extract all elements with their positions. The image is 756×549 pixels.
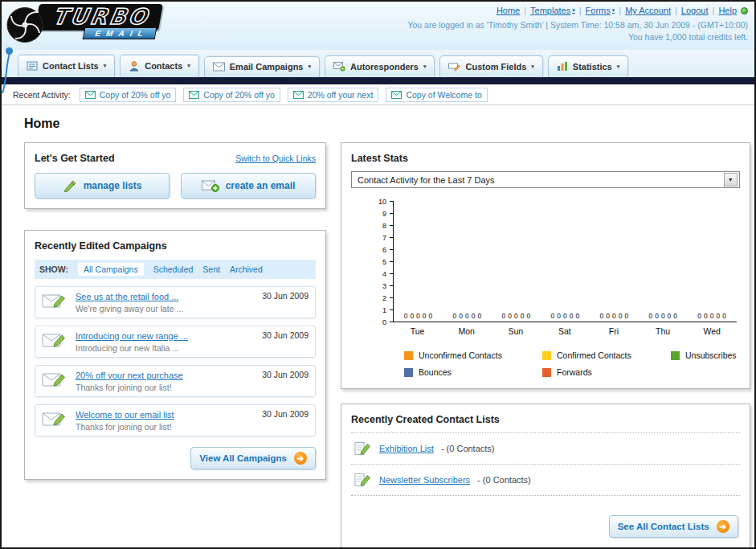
tab-statistics[interactable]: Statistics ▾ <box>548 55 628 77</box>
link-separator: | <box>619 6 621 15</box>
link-logout[interactable]: Logout <box>681 6 709 15</box>
contact-list-detail: - (0 Contacts) <box>477 475 531 485</box>
filter-scheduled[interactable]: Scheduled <box>153 264 194 274</box>
filter-archived[interactable]: Archived <box>230 264 263 274</box>
see-all-contact-lists-button[interactable]: See All Contact Lists ➔ <box>609 515 738 538</box>
tab-custom-fields[interactable]: Custom Fields ▾ <box>439 55 542 77</box>
chart-value-label: 0 <box>704 312 708 320</box>
view-all-campaigns-button[interactable]: View All Campaigns ➔ <box>190 447 316 469</box>
chart-value-labels: 00000 <box>648 312 677 322</box>
chart-value-label: 0 <box>575 312 579 320</box>
arrow-right-icon: ➔ <box>294 452 307 465</box>
chart-bar-group: 00000 <box>443 312 492 322</box>
chevron-down-icon: ▾ <box>423 64 427 70</box>
chart-y-axis: 012345678910 <box>374 201 393 322</box>
manage-lists-button[interactable]: manage lists <box>35 173 170 199</box>
chart-value-label: 0 <box>502 312 506 320</box>
main-content: Home Let's Get Started Switch to Quick L… <box>2 105 754 549</box>
help-status-icon <box>741 7 748 14</box>
link-help[interactable]: Help <box>718 6 737 15</box>
chevron-down-icon: ▾ <box>617 64 620 70</box>
nav-divider-bar <box>2 77 754 84</box>
chart-value-label: 0 <box>472 312 476 320</box>
chart-value-label: 0 <box>668 312 672 320</box>
chart-value-label: 0 <box>710 312 714 320</box>
campaign-title-link[interactable]: Introducing our new range ... <box>76 331 255 341</box>
tab-label: Email Campaigns <box>230 62 304 72</box>
chart-value-labels: 00000 <box>697 312 726 322</box>
contact-list-link[interactable]: Newsletter Subscribers <box>379 475 470 485</box>
logo-title: TURBO <box>51 4 151 29</box>
campaign-item[interactable]: Introducing our new range ... Introducin… <box>35 326 316 358</box>
chart-value-labels: 00000 <box>404 312 433 322</box>
chart-x-tick-label: Mon <box>442 326 491 336</box>
campaign-title-link[interactable]: 20% off your next purchase <box>76 371 255 380</box>
create-email-button[interactable]: create an email <box>181 173 316 199</box>
contact-list-item[interactable]: Newsletter Subscribers - (0 Contacts) <box>351 465 740 496</box>
chart-x-tick-label: Fri <box>589 326 638 336</box>
chart-value-label: 0 <box>557 312 561 320</box>
logo-subtitle-banner: EMAIL <box>36 27 157 39</box>
campaign-date: 30 Jun 2009 <box>262 409 309 419</box>
switch-quick-links-link[interactable]: Switch to Quick Links <box>235 154 316 163</box>
create-email-label: create an email <box>226 180 296 191</box>
contact-list-link[interactable]: Exhibition List <box>379 444 434 453</box>
recent-activity-item[interactable]: Copy of Welcome to <box>386 88 487 102</box>
chart-value-label: 0 <box>599 312 603 320</box>
contact-list-item[interactable]: Exhibition List - (0 Contacts) <box>351 433 740 465</box>
link-home-label: Home <box>497 6 520 15</box>
recent-activity-item[interactable]: Copy of 20% off yo <box>183 88 280 102</box>
campaign-title-link[interactable]: Welcome to our email list <box>76 410 255 420</box>
credits-info: You have 1,000 total credits left. <box>407 32 748 42</box>
tab-email-campaigns[interactable]: Email Campaigns ▾ <box>204 56 320 77</box>
chart-value-label: 0 <box>661 312 665 320</box>
legend-label: Confirmed Contacts <box>557 350 631 360</box>
chart-bar-group: 00000 <box>590 312 639 322</box>
legend-label: Bounces <box>419 367 452 377</box>
campaign-item[interactable]: Welcome to our email list Thanks for joi… <box>35 404 316 436</box>
campaigns-panel: Recently Edited Campaigns SHOW: All Camp… <box>24 230 326 480</box>
tab-contact-lists[interactable]: Contact Lists ▾ <box>18 55 115 77</box>
link-forms[interactable]: Forms▾ <box>586 6 615 15</box>
filter-all-campaigns[interactable]: All Campaigns <box>78 263 144 276</box>
tab-contacts[interactable]: Contacts ▾ <box>120 55 199 77</box>
recent-activity-item[interactable]: 20% off your next <box>288 88 379 102</box>
campaign-title-link[interactable]: See us at the retail food ... <box>76 292 255 301</box>
filter-sent[interactable]: Sent <box>202 264 220 274</box>
chart-value-label: 0 <box>655 312 659 320</box>
link-help-label: Help <box>718 6 737 15</box>
legend-label: Unsubscribes <box>685 350 737 360</box>
legend-item: Forwards <box>542 367 671 377</box>
edit-list-icon <box>354 472 372 488</box>
left-column: Let's Get Started Switch to Quick Links … <box>24 142 326 480</box>
campaign-text: Welcome to our email list Thanks for joi… <box>76 410 255 432</box>
activity-item-label: Copy of 20% off yo <box>100 90 171 100</box>
campaign-text: 20% off your next purchase Thanks for jo… <box>76 371 255 392</box>
chart-value-label: 0 <box>697 312 701 320</box>
latest-stats-title: Latest Stats <box>351 153 740 164</box>
get-started-title: Let's Get Started <box>35 153 115 164</box>
stats-chart: 012345678910 000000000000000000000000000… <box>374 201 737 377</box>
chart-y-tick-label: 8 <box>382 222 386 230</box>
chart-x-tick-label: Thu <box>638 326 687 336</box>
chart-y-tick-label: 7 <box>382 234 386 242</box>
link-my-account[interactable]: My Account <box>625 6 671 15</box>
link-templates[interactable]: Templates▾ <box>530 6 575 15</box>
campaign-date: 30 Jun 2009 <box>262 330 309 340</box>
app-window: TURBO EMAIL Home | Templates▾ | Forms▾ |… <box>0 0 756 549</box>
mail-icon <box>189 91 199 99</box>
campaign-item[interactable]: See us at the retail food ... We're givi… <box>35 286 316 318</box>
logo-subtitle: EMAIL <box>82 27 157 39</box>
link-home[interactable]: Home <box>497 6 520 15</box>
campaign-item[interactable]: 20% off your next purchase Thanks for jo… <box>35 365 316 397</box>
view-all-campaigns-label: View All Campaigns <box>199 453 287 463</box>
tab-autoresponders[interactable]: Autoresponders ▾ <box>325 55 435 77</box>
legend-item: Unconfirmed Contacts <box>404 350 542 360</box>
right-column: Latest Stats Contact Activity for the La… <box>341 142 750 549</box>
chart-value-label: 0 <box>410 312 414 320</box>
legend-item: Bounces <box>404 367 542 377</box>
app-logo[interactable]: TURBO EMAIL <box>6 4 161 44</box>
recent-activity-item[interactable]: Copy of 20% off yo <box>80 88 177 102</box>
legend-swatch <box>542 368 551 377</box>
stats-period-select[interactable]: Contact Activity for the Last 7 Days ▼ <box>351 171 740 188</box>
